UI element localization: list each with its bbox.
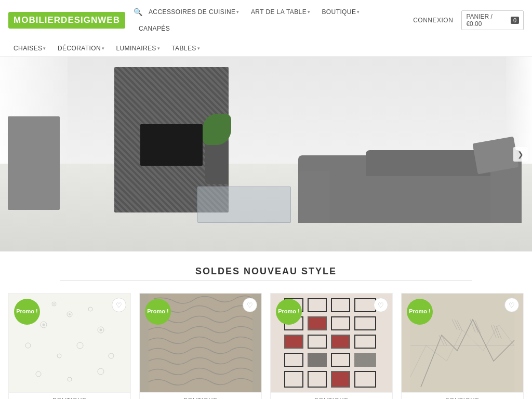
fireplace-insert bbox=[140, 124, 203, 166]
connexion-link[interactable]: CONNEXION bbox=[413, 17, 453, 24]
promo-badge-2: Promo ! bbox=[145, 299, 171, 325]
chevron-down-icon: ▾ bbox=[43, 46, 46, 51]
header-top: MOBILIERDESIGNWEB 🔍 ACCESSOIRES DE CUISI… bbox=[0, 0, 532, 41]
panier-count: 0 bbox=[511, 17, 519, 24]
product-image-1: Promo ! ♡ bbox=[9, 294, 130, 392]
product-card-3: Promo ! ♡ bbox=[270, 293, 393, 399]
hero-banner: ❯ bbox=[0, 57, 532, 251]
svg-point-8 bbox=[69, 313, 71, 315]
products-section: SOLDES NOUVEAU STYLE Promo ! ♡ bbox=[0, 251, 532, 399]
wishlist-button-3[interactable]: ♡ bbox=[374, 298, 388, 312]
svg-point-11 bbox=[100, 329, 102, 331]
products-grid: Promo ! ♡ bbox=[8, 293, 524, 399]
product-card-4: Promo ! ♡ bbox=[401, 293, 524, 399]
chevron-down-icon: ▾ bbox=[236, 9, 239, 15]
chevron-down-icon: ▾ bbox=[357, 9, 360, 15]
logo-text: MOBILIERDESIGNWEB bbox=[14, 15, 120, 25]
product-label-1: BOUTIQUE bbox=[9, 392, 130, 399]
promo-badge-4: Promo ! bbox=[407, 299, 433, 325]
search-icon[interactable]: 🔍 bbox=[134, 8, 142, 16]
svg-rect-31 bbox=[331, 335, 350, 348]
header: MOBILIERDESIGNWEB 🔍 ACCESSOIRES DE CUISI… bbox=[0, 0, 532, 57]
hero-scene: ❯ bbox=[0, 57, 532, 251]
svg-rect-29 bbox=[285, 335, 303, 348]
svg-point-4 bbox=[54, 303, 55, 305]
nav-chaises[interactable]: CHAISES ▾ bbox=[8, 41, 51, 56]
chevron-down-icon: ▾ bbox=[308, 9, 310, 15]
chevron-down-icon: ▾ bbox=[157, 46, 160, 51]
product-label-3: BOUTIQUE bbox=[271, 392, 392, 399]
product-card-1: Promo ! ♡ bbox=[8, 293, 131, 399]
product-label-2: BOUTIQUE bbox=[140, 392, 261, 399]
header-right: CONNEXION PANIER / €0.00 0 bbox=[413, 10, 524, 30]
nav-tables[interactable]: TABLES ▾ bbox=[166, 41, 205, 56]
product-image-4: Promo ! ♡ bbox=[402, 294, 523, 392]
promo-badge-1: Promo ! bbox=[14, 299, 40, 325]
section-title: SOLDES NOUVEAU STYLE bbox=[8, 266, 524, 277]
nav-canapes[interactable]: CANAPÉS bbox=[134, 21, 175, 36]
wishlist-button-2[interactable]: ♡ bbox=[243, 298, 257, 312]
promo-badge-3: Promo ! bbox=[276, 299, 302, 325]
plant-leaves bbox=[203, 114, 231, 145]
coffee-table bbox=[197, 187, 291, 223]
svg-point-6 bbox=[43, 324, 45, 326]
wishlist-button-1[interactable]: ♡ bbox=[112, 298, 126, 312]
svg-rect-36 bbox=[355, 353, 376, 366]
slider-next-button[interactable]: ❯ bbox=[513, 147, 528, 162]
nav-boutique[interactable]: BOUTIQUE ▾ bbox=[316, 4, 365, 20]
section-divider bbox=[60, 280, 472, 281]
nav-decoration[interactable]: DÉCORATION ▾ bbox=[52, 41, 110, 56]
plant-pot bbox=[205, 142, 229, 184]
wishlist-button-4[interactable]: ♡ bbox=[504, 298, 519, 312]
svg-rect-34 bbox=[308, 353, 326, 366]
product-label-4: BOUTIQUE bbox=[402, 392, 523, 399]
logo[interactable]: MOBILIERDESIGNWEB bbox=[8, 12, 125, 29]
nav-luminaires[interactable]: LUMINAIRES ▾ bbox=[111, 41, 165, 56]
svg-rect-39 bbox=[331, 371, 350, 387]
chevron-down-icon: ▾ bbox=[102, 46, 104, 51]
product-image-2: Promo ! ♡ bbox=[140, 294, 261, 392]
chevron-down-icon: ▾ bbox=[197, 46, 200, 51]
nav-row-1: 🔍 ACCESSOIRES DE CUISINE ▾ ART DE LA TAB… bbox=[125, 4, 413, 36]
nav-row-2: CHAISES ▾ DÉCORATION ▾ LUMINAIRES ▾ TABL… bbox=[0, 41, 532, 56]
nav-art-de-la-table[interactable]: ART DE LA TABLE ▾ bbox=[246, 4, 316, 20]
product-image-3: Promo ! ♡ bbox=[271, 294, 392, 392]
panier-button[interactable]: PANIER / €0.00 0 bbox=[461, 10, 524, 30]
product-card-2: Promo ! ♡ bbox=[139, 293, 262, 399]
svg-rect-26 bbox=[308, 317, 326, 330]
nav-accessoires[interactable]: ACCESSOIRES DE CUISINE ▾ bbox=[143, 4, 245, 20]
panier-label: PANIER / €0.00 bbox=[466, 13, 509, 28]
cabinet bbox=[8, 116, 60, 210]
sofa-arm-left bbox=[298, 171, 329, 223]
